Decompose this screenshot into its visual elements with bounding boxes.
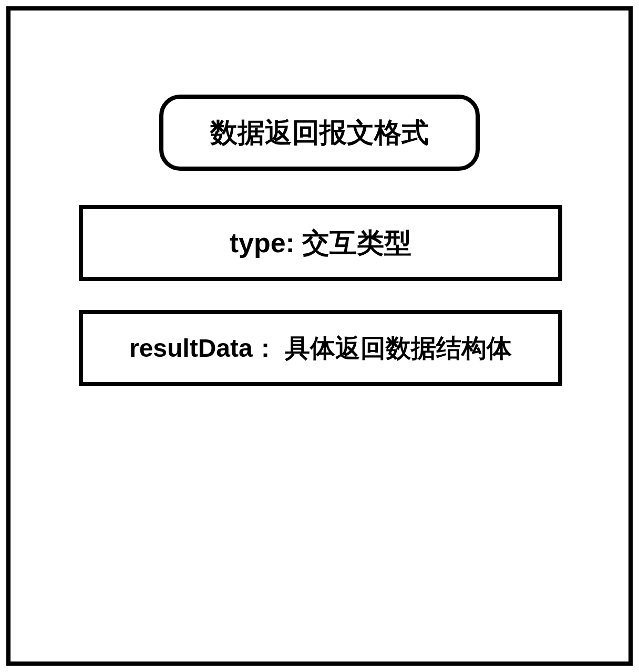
diagram-title-box: 数据返回报文格式 <box>159 95 480 171</box>
field-type-label: type: 交互类型 <box>230 225 412 262</box>
field-resultdata-label: resultData： 具体返回数据结构体 <box>129 332 512 365</box>
field-type-box: type: 交互类型 <box>79 205 562 281</box>
field-resultdata-box: resultData： 具体返回数据结构体 <box>79 310 562 386</box>
diagram-title: 数据返回报文格式 <box>210 115 429 151</box>
diagram-container: 数据返回报文格式 type: 交互类型 resultData： 具体返回数据结构… <box>6 6 633 666</box>
